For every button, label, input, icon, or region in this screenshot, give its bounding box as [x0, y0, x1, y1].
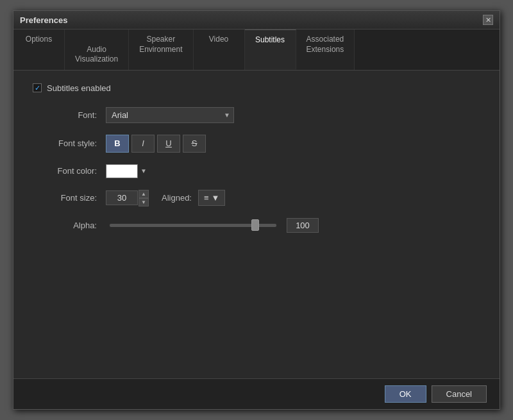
subtitles-enabled-row: ✓ Subtitles enabled: [33, 83, 480, 93]
underline-button[interactable]: U: [157, 135, 180, 153]
alpha-input[interactable]: [287, 218, 319, 233]
alpha-slider-thumb[interactable]: [251, 219, 259, 231]
title-bar: Preferences ✕: [13, 11, 500, 29]
color-arrow-icon[interactable]: ▼: [140, 167, 147, 174]
dialog-title: Preferences: [20, 15, 67, 25]
tab-audio-visualization[interactable]: AudioVisualization: [65, 29, 129, 70]
font-style-label: Font style:: [33, 139, 97, 148]
color-swatch[interactable]: [106, 164, 138, 178]
bold-button[interactable]: B: [106, 135, 129, 153]
content-area: ✓ Subtitles enabled Font: Arial ▼ Font s…: [13, 71, 500, 378]
font-color-row: Font color: ▼: [33, 164, 480, 178]
cancel-button[interactable]: Cancel: [432, 385, 487, 403]
tab-options[interactable]: Options: [13, 29, 65, 70]
spinner-down-button[interactable]: ▼: [139, 198, 149, 206]
font-color-label: Font color:: [33, 166, 97, 176]
subtitles-enabled-checkbox[interactable]: ✓ Subtitles enabled: [33, 83, 111, 93]
font-row: Font: Arial ▼: [33, 107, 480, 123]
font-size-row: Font size: ▲ ▼ Aligned: ≡ ▼: [33, 190, 480, 206]
strikethrough-button[interactable]: S: [183, 135, 206, 153]
font-color-wrapper: ▼: [106, 164, 147, 178]
font-style-buttons: B I U S: [106, 135, 206, 153]
italic-button[interactable]: I: [131, 135, 155, 153]
alpha-row: Alpha:: [33, 218, 480, 233]
font-select-wrapper: Arial ▼: [106, 107, 234, 123]
aligned-label: Aligned:: [162, 193, 192, 203]
spinner-buttons: ▲ ▼: [139, 190, 149, 206]
font-size-input[interactable]: [106, 190, 138, 205]
alpha-slider-track[interactable]: [110, 224, 276, 227]
font-size-spinner: ▲ ▼: [106, 190, 149, 206]
spinner-up-button[interactable]: ▲: [139, 190, 149, 198]
font-size-label: Font size:: [33, 193, 97, 203]
alpha-label: Alpha:: [33, 221, 97, 230]
checkbox-icon: ✓: [33, 83, 42, 92]
close-button[interactable]: ✕: [483, 15, 493, 25]
font-style-row: Font style: B I U S: [33, 135, 480, 153]
ok-button[interactable]: OK: [385, 385, 426, 403]
aligned-wrapper: ≡ ▼: [198, 190, 225, 206]
tab-video[interactable]: Video: [194, 29, 245, 70]
tab-bar: Options AudioVisualization SpeakerEnviro…: [13, 29, 500, 71]
tab-associated-extensions[interactable]: AssociatedExtensions: [296, 29, 355, 70]
subtitles-enabled-label: Subtitles enabled: [47, 83, 111, 93]
aligned-button[interactable]: ≡ ▼: [198, 190, 225, 206]
font-label: Font:: [33, 110, 97, 120]
tab-speaker-environment[interactable]: SpeakerEnvironment: [129, 29, 193, 70]
align-arrow-icon: ▼: [212, 193, 220, 203]
dialog-footer: OK Cancel: [13, 378, 500, 409]
tab-subtitles[interactable]: Subtitles: [245, 29, 296, 70]
font-select[interactable]: Arial: [106, 107, 234, 123]
align-center-icon: ≡: [204, 193, 209, 203]
